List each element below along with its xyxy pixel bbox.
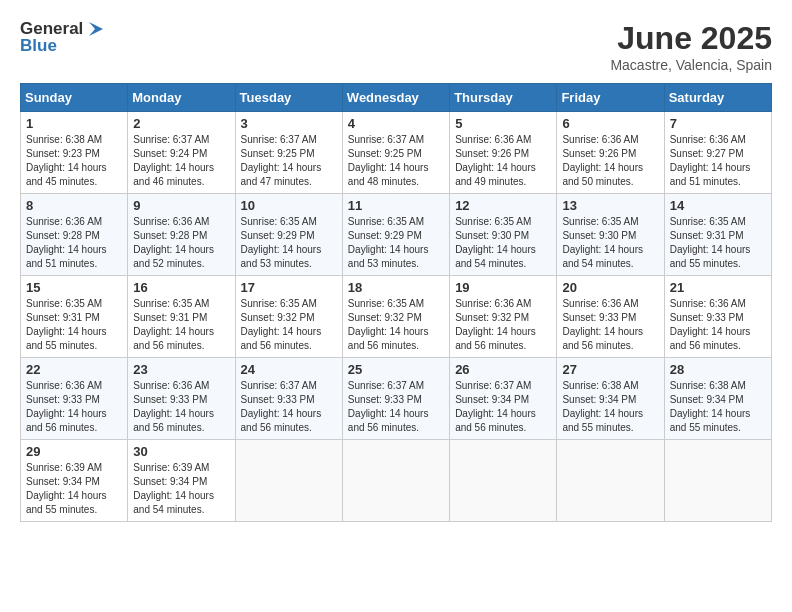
table-row: 4Sunrise: 6:37 AMSunset: 9:25 PMDaylight… xyxy=(342,112,449,194)
day-info: Sunrise: 6:39 AMSunset: 9:34 PMDaylight:… xyxy=(26,461,122,517)
day-number: 1 xyxy=(26,116,122,131)
table-row: 23Sunrise: 6:36 AMSunset: 9:33 PMDayligh… xyxy=(128,358,235,440)
logo-arrow-icon xyxy=(85,20,107,38)
day-number: 10 xyxy=(241,198,337,213)
day-number: 21 xyxy=(670,280,766,295)
col-wednesday: Wednesday xyxy=(342,84,449,112)
table-row: 25Sunrise: 6:37 AMSunset: 9:33 PMDayligh… xyxy=(342,358,449,440)
table-row: 3Sunrise: 6:37 AMSunset: 9:25 PMDaylight… xyxy=(235,112,342,194)
day-info: Sunrise: 6:35 AMSunset: 9:31 PMDaylight:… xyxy=(670,215,766,271)
svg-marker-0 xyxy=(89,22,103,36)
day-info: Sunrise: 6:37 AMSunset: 9:25 PMDaylight:… xyxy=(348,133,444,189)
table-row xyxy=(664,440,771,522)
day-number: 29 xyxy=(26,444,122,459)
day-number: 5 xyxy=(455,116,551,131)
calendar-week-row: 22Sunrise: 6:36 AMSunset: 9:33 PMDayligh… xyxy=(21,358,772,440)
day-info: Sunrise: 6:35 AMSunset: 9:32 PMDaylight:… xyxy=(241,297,337,353)
table-row: 13Sunrise: 6:35 AMSunset: 9:30 PMDayligh… xyxy=(557,194,664,276)
table-row: 2Sunrise: 6:37 AMSunset: 9:24 PMDaylight… xyxy=(128,112,235,194)
day-number: 19 xyxy=(455,280,551,295)
day-info: Sunrise: 6:35 AMSunset: 9:30 PMDaylight:… xyxy=(562,215,658,271)
table-row xyxy=(235,440,342,522)
day-number: 3 xyxy=(241,116,337,131)
day-info: Sunrise: 6:37 AMSunset: 9:24 PMDaylight:… xyxy=(133,133,229,189)
table-row: 29Sunrise: 6:39 AMSunset: 9:34 PMDayligh… xyxy=(21,440,128,522)
day-number: 7 xyxy=(670,116,766,131)
day-info: Sunrise: 6:35 AMSunset: 9:29 PMDaylight:… xyxy=(241,215,337,271)
day-number: 2 xyxy=(133,116,229,131)
day-number: 8 xyxy=(26,198,122,213)
title-area: June 2025 Macastre, Valencia, Spain xyxy=(610,20,772,73)
day-number: 20 xyxy=(562,280,658,295)
logo: General Blue xyxy=(20,20,107,55)
table-row: 18Sunrise: 6:35 AMSunset: 9:32 PMDayligh… xyxy=(342,276,449,358)
day-info: Sunrise: 6:36 AMSunset: 9:27 PMDaylight:… xyxy=(670,133,766,189)
day-info: Sunrise: 6:36 AMSunset: 9:33 PMDaylight:… xyxy=(26,379,122,435)
day-number: 25 xyxy=(348,362,444,377)
day-info: Sunrise: 6:37 AMSunset: 9:34 PMDaylight:… xyxy=(455,379,551,435)
day-info: Sunrise: 6:36 AMSunset: 9:33 PMDaylight:… xyxy=(133,379,229,435)
month-title: June 2025 xyxy=(610,20,772,57)
col-sunday: Sunday xyxy=(21,84,128,112)
day-info: Sunrise: 6:39 AMSunset: 9:34 PMDaylight:… xyxy=(133,461,229,517)
day-number: 14 xyxy=(670,198,766,213)
day-info: Sunrise: 6:35 AMSunset: 9:31 PMDaylight:… xyxy=(26,297,122,353)
day-number: 4 xyxy=(348,116,444,131)
day-info: Sunrise: 6:36 AMSunset: 9:28 PMDaylight:… xyxy=(26,215,122,271)
table-row: 26Sunrise: 6:37 AMSunset: 9:34 PMDayligh… xyxy=(450,358,557,440)
day-info: Sunrise: 6:36 AMSunset: 9:26 PMDaylight:… xyxy=(455,133,551,189)
day-number: 27 xyxy=(562,362,658,377)
day-number: 15 xyxy=(26,280,122,295)
day-info: Sunrise: 6:38 AMSunset: 9:34 PMDaylight:… xyxy=(670,379,766,435)
day-info: Sunrise: 6:35 AMSunset: 9:32 PMDaylight:… xyxy=(348,297,444,353)
day-number: 24 xyxy=(241,362,337,377)
col-tuesday: Tuesday xyxy=(235,84,342,112)
table-row: 15Sunrise: 6:35 AMSunset: 9:31 PMDayligh… xyxy=(21,276,128,358)
table-row: 5Sunrise: 6:36 AMSunset: 9:26 PMDaylight… xyxy=(450,112,557,194)
page-header: General Blue June 2025 Macastre, Valenci… xyxy=(20,20,772,73)
table-row: 14Sunrise: 6:35 AMSunset: 9:31 PMDayligh… xyxy=(664,194,771,276)
table-row: 22Sunrise: 6:36 AMSunset: 9:33 PMDayligh… xyxy=(21,358,128,440)
table-row: 21Sunrise: 6:36 AMSunset: 9:33 PMDayligh… xyxy=(664,276,771,358)
day-number: 26 xyxy=(455,362,551,377)
table-row xyxy=(450,440,557,522)
table-row: 6Sunrise: 6:36 AMSunset: 9:26 PMDaylight… xyxy=(557,112,664,194)
day-number: 16 xyxy=(133,280,229,295)
calendar-table: Sunday Monday Tuesday Wednesday Thursday… xyxy=(20,83,772,522)
day-number: 13 xyxy=(562,198,658,213)
table-row: 10Sunrise: 6:35 AMSunset: 9:29 PMDayligh… xyxy=(235,194,342,276)
calendar-week-row: 29Sunrise: 6:39 AMSunset: 9:34 PMDayligh… xyxy=(21,440,772,522)
col-saturday: Saturday xyxy=(664,84,771,112)
table-row: 24Sunrise: 6:37 AMSunset: 9:33 PMDayligh… xyxy=(235,358,342,440)
calendar-week-row: 15Sunrise: 6:35 AMSunset: 9:31 PMDayligh… xyxy=(21,276,772,358)
col-thursday: Thursday xyxy=(450,84,557,112)
table-row xyxy=(557,440,664,522)
logo-text: General Blue xyxy=(20,20,107,55)
table-row: 7Sunrise: 6:36 AMSunset: 9:27 PMDaylight… xyxy=(664,112,771,194)
day-info: Sunrise: 6:35 AMSunset: 9:29 PMDaylight:… xyxy=(348,215,444,271)
calendar-week-row: 8Sunrise: 6:36 AMSunset: 9:28 PMDaylight… xyxy=(21,194,772,276)
table-row: 19Sunrise: 6:36 AMSunset: 9:32 PMDayligh… xyxy=(450,276,557,358)
day-number: 6 xyxy=(562,116,658,131)
table-row: 27Sunrise: 6:38 AMSunset: 9:34 PMDayligh… xyxy=(557,358,664,440)
day-info: Sunrise: 6:36 AMSunset: 9:33 PMDaylight:… xyxy=(562,297,658,353)
day-number: 22 xyxy=(26,362,122,377)
day-info: Sunrise: 6:36 AMSunset: 9:33 PMDaylight:… xyxy=(670,297,766,353)
location-subtitle: Macastre, Valencia, Spain xyxy=(610,57,772,73)
day-info: Sunrise: 6:37 AMSunset: 9:25 PMDaylight:… xyxy=(241,133,337,189)
col-monday: Monday xyxy=(128,84,235,112)
day-info: Sunrise: 6:36 AMSunset: 9:32 PMDaylight:… xyxy=(455,297,551,353)
table-row: 28Sunrise: 6:38 AMSunset: 9:34 PMDayligh… xyxy=(664,358,771,440)
day-info: Sunrise: 6:35 AMSunset: 9:30 PMDaylight:… xyxy=(455,215,551,271)
table-row xyxy=(342,440,449,522)
day-number: 28 xyxy=(670,362,766,377)
table-row: 8Sunrise: 6:36 AMSunset: 9:28 PMDaylight… xyxy=(21,194,128,276)
table-row: 1Sunrise: 6:38 AMSunset: 9:23 PMDaylight… xyxy=(21,112,128,194)
day-info: Sunrise: 6:38 AMSunset: 9:34 PMDaylight:… xyxy=(562,379,658,435)
logo-blue: Blue xyxy=(20,37,107,56)
day-number: 12 xyxy=(455,198,551,213)
day-info: Sunrise: 6:35 AMSunset: 9:31 PMDaylight:… xyxy=(133,297,229,353)
calendar-week-row: 1Sunrise: 6:38 AMSunset: 9:23 PMDaylight… xyxy=(21,112,772,194)
table-row: 9Sunrise: 6:36 AMSunset: 9:28 PMDaylight… xyxy=(128,194,235,276)
table-row: 17Sunrise: 6:35 AMSunset: 9:32 PMDayligh… xyxy=(235,276,342,358)
